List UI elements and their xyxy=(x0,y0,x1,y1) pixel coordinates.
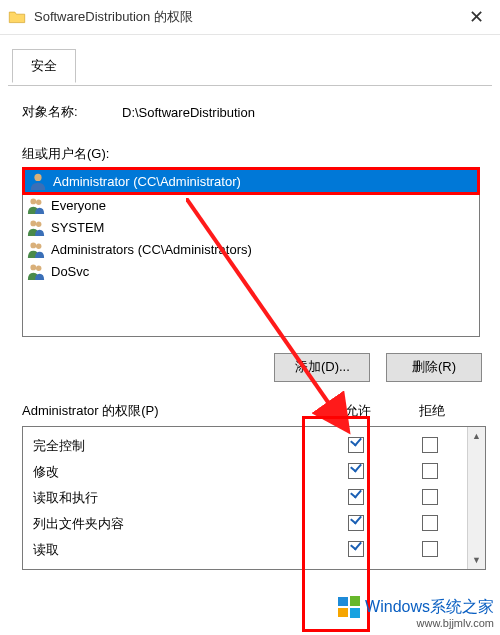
svg-point-4 xyxy=(36,222,41,227)
perm-row: 读取和执行 xyxy=(23,485,467,511)
perm-name: 列出文件夹内容 xyxy=(23,515,319,533)
button-row: 添加(D)... 删除(R) xyxy=(22,353,486,382)
allow-checkbox[interactable] xyxy=(348,463,364,479)
scroll-track[interactable] xyxy=(468,445,485,551)
perm-name: 读取和执行 xyxy=(23,489,319,507)
group-users-label: 组或用户名(G): xyxy=(22,145,486,163)
perm-row: 读取 xyxy=(23,537,467,563)
remove-button[interactable]: 删除(R) xyxy=(386,353,482,382)
list-item[interactable]: Administrators (CC\Administrators) xyxy=(23,238,479,260)
users-icon xyxy=(27,196,45,214)
deny-checkbox[interactable] xyxy=(422,515,438,531)
users-icon xyxy=(27,240,45,258)
deny-checkbox[interactable] xyxy=(422,541,438,557)
permissions-for-label: Administrator 的权限(P) xyxy=(22,402,321,420)
allow-checkbox[interactable] xyxy=(348,515,364,531)
svg-point-7 xyxy=(30,265,36,271)
allow-checkbox[interactable] xyxy=(348,437,364,453)
svg-point-1 xyxy=(30,199,36,205)
deny-checkbox[interactable] xyxy=(422,437,438,453)
windows-logo-icon xyxy=(337,595,361,619)
perm-name: 修改 xyxy=(23,463,319,481)
tab-underline xyxy=(8,85,492,86)
deny-checkbox[interactable] xyxy=(422,463,438,479)
folder-icon xyxy=(8,10,26,24)
list-item[interactable]: SYSTEM xyxy=(23,216,479,238)
svg-point-3 xyxy=(30,221,36,227)
object-row: 对象名称: D:\SoftwareDistribution xyxy=(22,103,486,121)
svg-rect-10 xyxy=(338,597,348,606)
object-name-label: 对象名称: xyxy=(22,103,112,121)
permissions-rows: 完全控制 修改 读取和执行 列出文件夹内容 读取 xyxy=(23,427,467,569)
svg-rect-12 xyxy=(338,608,348,617)
list-item[interactable]: DoSvc xyxy=(23,260,479,282)
list-item-label: Everyone xyxy=(51,198,106,213)
deny-checkbox[interactable] xyxy=(422,489,438,505)
watermark-url: www.bjjmlv.com xyxy=(417,617,494,629)
perm-row: 列出文件夹内容 xyxy=(23,511,467,537)
svg-rect-13 xyxy=(350,608,360,618)
deny-column-header: 拒绝 xyxy=(395,402,469,420)
list-item[interactable]: Everyone xyxy=(23,194,479,216)
title-bar: SoftwareDistribution 的权限 ✕ xyxy=(0,0,500,35)
content-area: 对象名称: D:\SoftwareDistribution 组或用户名(G): … xyxy=(0,85,500,570)
svg-point-2 xyxy=(36,200,41,205)
list-item-label: SYSTEM xyxy=(51,220,104,235)
perm-name: 读取 xyxy=(23,541,319,559)
users-list[interactable]: Administrator (CC\Administrator) Everyon… xyxy=(22,167,480,337)
add-button[interactable]: 添加(D)... xyxy=(274,353,370,382)
permissions-list: 完全控制 修改 读取和执行 列出文件夹内容 读取 xyxy=(22,426,486,570)
user-icon xyxy=(29,172,47,190)
svg-point-5 xyxy=(30,243,36,249)
object-name-value: D:\SoftwareDistribution xyxy=(122,105,255,120)
perm-row: 完全控制 xyxy=(23,433,467,459)
svg-point-6 xyxy=(36,244,41,249)
scroll-up-icon[interactable]: ▲ xyxy=(468,427,485,445)
allow-column-header: 允许 xyxy=(321,402,395,420)
list-item-label: DoSvc xyxy=(51,264,89,279)
scrollbar[interactable]: ▲ ▼ xyxy=(467,427,485,569)
permissions-header: Administrator 的权限(P) 允许 拒绝 xyxy=(22,402,486,420)
allow-checkbox[interactable] xyxy=(348,541,364,557)
window-title: SoftwareDistribution 的权限 xyxy=(34,8,456,26)
watermark-text: Windows系统之家 xyxy=(365,597,494,618)
perm-name: 完全控制 xyxy=(23,437,319,455)
perm-row: 修改 xyxy=(23,459,467,485)
watermark: Windows系统之家 www.bjjmlv.com xyxy=(337,595,494,629)
allow-checkbox[interactable] xyxy=(348,489,364,505)
users-icon xyxy=(27,218,45,236)
list-item-label: Administrator (CC\Administrator) xyxy=(53,174,241,189)
scroll-down-icon[interactable]: ▼ xyxy=(468,551,485,569)
list-item-label: Administrators (CC\Administrators) xyxy=(51,242,252,257)
tab-strip: 安全 xyxy=(0,35,500,85)
svg-rect-11 xyxy=(350,596,360,606)
annotation-red-box-user: Administrator (CC\Administrator) xyxy=(22,167,480,195)
tab-security[interactable]: 安全 xyxy=(12,49,76,83)
close-button[interactable]: ✕ xyxy=(456,6,496,28)
svg-point-8 xyxy=(36,266,41,271)
users-icon xyxy=(27,262,45,280)
list-item[interactable]: Administrator (CC\Administrator) xyxy=(25,170,477,192)
svg-point-0 xyxy=(34,174,41,181)
